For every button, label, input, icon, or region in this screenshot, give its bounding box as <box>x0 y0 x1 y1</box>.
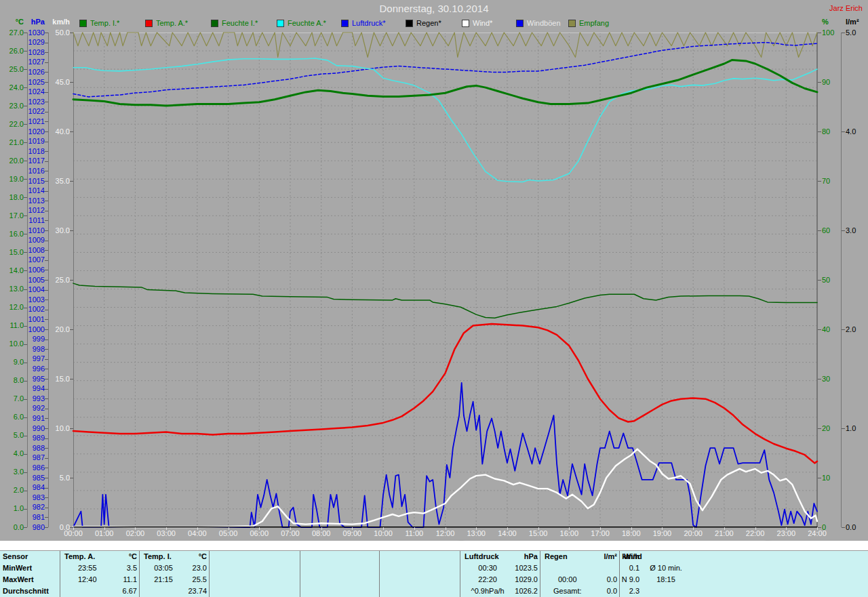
legend-item-feuchte-i[interactable]: Feuchte I.* <box>211 19 258 27</box>
x-axis-label: 13:00 <box>461 529 491 537</box>
axis-tick <box>818 428 821 429</box>
x-axis-tick <box>476 527 477 530</box>
axis-tick-label: 0.0 <box>846 524 856 531</box>
x-axis-label: 16:00 <box>554 529 584 537</box>
table-column-regen: Regenl/m²00:000.0Gesamt:0.0 <box>540 551 619 597</box>
legend-item-wind[interactable]: Wind* <box>462 19 492 27</box>
axis-tick <box>24 234 27 234</box>
x-axis-label: 22:00 <box>741 529 770 537</box>
table-row: 03:0523.0 <box>140 562 210 574</box>
x-axis-tick <box>73 527 74 530</box>
axis-tick-label: 40.0 <box>29 128 70 136</box>
table-column-header: Temp. I. <box>144 551 172 562</box>
legend-label: Luftdruck* <box>352 19 386 27</box>
axis-tick <box>45 112 48 112</box>
axis-tick-label: 1002 <box>4 306 45 313</box>
table-column-empty-4 <box>379 551 460 597</box>
windb-en-swatch-icon <box>516 20 524 27</box>
table-row: 00:000.0 <box>540 574 620 585</box>
table-cell-value: 23.0 <box>193 562 207 574</box>
axis-tick-label: 1007 <box>4 256 45 264</box>
axis-tick-label: 4.0 <box>846 128 856 136</box>
axis-tick <box>45 488 48 489</box>
x-axis-label: 05:00 <box>214 529 243 537</box>
axis-tick <box>24 106 27 106</box>
table-row: 23:553.5 <box>60 562 140 574</box>
axis-tick-label: 60 <box>822 227 830 234</box>
table-row: 21:1525.5 <box>140 574 210 585</box>
axis-tick-label: 1014 <box>4 187 45 194</box>
axis-tick <box>45 497 48 498</box>
axis-unit-: % <box>822 18 829 26</box>
x-axis-tick <box>229 527 229 530</box>
x-axis-label: 00:00 <box>58 529 88 537</box>
table-column-unit: km/h <box>622 551 639 562</box>
axis-tick-label: 982 <box>4 503 45 511</box>
table-cell-time: Gesamt: <box>547 585 588 597</box>
table-row: 23.74 <box>140 585 210 597</box>
legend-item-regen[interactable]: Regen* <box>406 19 441 27</box>
table-row-label: Sensor <box>3 551 62 562</box>
x-axis-label: 02:00 <box>120 529 150 537</box>
feuchte-i-swatch-icon <box>211 20 218 27</box>
axis-tick-label: 997 <box>4 355 45 363</box>
axis-tick <box>45 201 48 201</box>
legend-item-temp-i[interactable]: Temp. I.* <box>79 19 119 27</box>
axis-tick-label: 20.0 <box>29 326 70 333</box>
legend-item-empfang[interactable]: Empfang <box>568 19 609 27</box>
axis-tick <box>45 517 48 518</box>
legend-label: Feuchte I.* <box>222 19 258 27</box>
axis-tick-label: 100 <box>822 29 834 37</box>
x-axis-tick <box>569 527 570 530</box>
axis-tick-label: 10.0 <box>29 425 70 432</box>
legend-item-temp-a[interactable]: Temp. A.* <box>145 19 188 27</box>
axis-tick-label: 1029 <box>4 39 45 46</box>
axis-tick-label: 50 <box>822 276 830 284</box>
axis-tick-label: 1024 <box>4 88 45 96</box>
table-cell-time: 03:05 <box>145 562 182 574</box>
x-axis-label: 04:00 <box>182 529 212 537</box>
x-axis-label: 07:00 <box>275 529 305 537</box>
axis-tick-label: 1018 <box>4 148 45 155</box>
table-cell-time: 00:30 <box>467 562 508 574</box>
axis-tick-label: 30.0 <box>29 227 70 234</box>
axis-tick <box>45 468 48 468</box>
axis-tick-label: 1013 <box>4 197 45 205</box>
table-cell-value: 11.1 <box>123 574 137 585</box>
axis-tick-label: 1004 <box>4 286 45 293</box>
axis-tick <box>842 428 845 429</box>
table-cell-value: 3.5 <box>127 562 137 574</box>
table-row <box>540 562 620 574</box>
table-cell-value: 0.0 <box>607 574 617 585</box>
legend-item-luftdruck[interactable]: Luftdruck* <box>341 19 386 27</box>
table-row-label: Durchschnitt <box>3 585 62 597</box>
axis-tick-label: 1001 <box>4 316 45 323</box>
table-cell-time: 12:40 <box>66 574 108 585</box>
axis-tick <box>24 472 27 473</box>
legend-label: Empfang <box>579 19 609 27</box>
axis-tick <box>24 344 27 345</box>
x-axis-tick <box>631 527 632 530</box>
axis-tick-label: 1017 <box>4 157 45 165</box>
axis-tick <box>818 379 821 379</box>
x-axis-label: 21:00 <box>709 529 739 537</box>
legend-item-feuchte-a[interactable]: Feuchte A.* <box>277 19 326 27</box>
legend-item-windb-en[interactable]: Windböen <box>516 19 561 27</box>
axis-tick <box>45 171 48 171</box>
axis-line-l-m <box>841 33 842 527</box>
table-cell-value: 25.5 <box>193 574 207 585</box>
weather-app-window: Donnerstag, 30.10.2014 Jarz Erich Temp. … <box>0 0 868 597</box>
x-axis-label: 08:00 <box>307 529 336 537</box>
axis-tick-label: 996 <box>4 365 45 373</box>
axis-tick-label: 5.0 <box>29 474 70 482</box>
axis-tick <box>818 527 821 528</box>
table-row: 2.3 <box>620 585 755 597</box>
station-name: Jarz Erich <box>829 4 863 12</box>
x-axis-tick <box>786 527 787 530</box>
axis-tick-label: 30 <box>822 375 830 383</box>
x-axis-label: 23:00 <box>771 529 801 537</box>
axis-tick <box>45 508 48 508</box>
x-axis-label: 06:00 <box>244 529 274 537</box>
axis-tick <box>45 369 48 369</box>
table-cell-value: 1023.5 <box>515 562 538 574</box>
